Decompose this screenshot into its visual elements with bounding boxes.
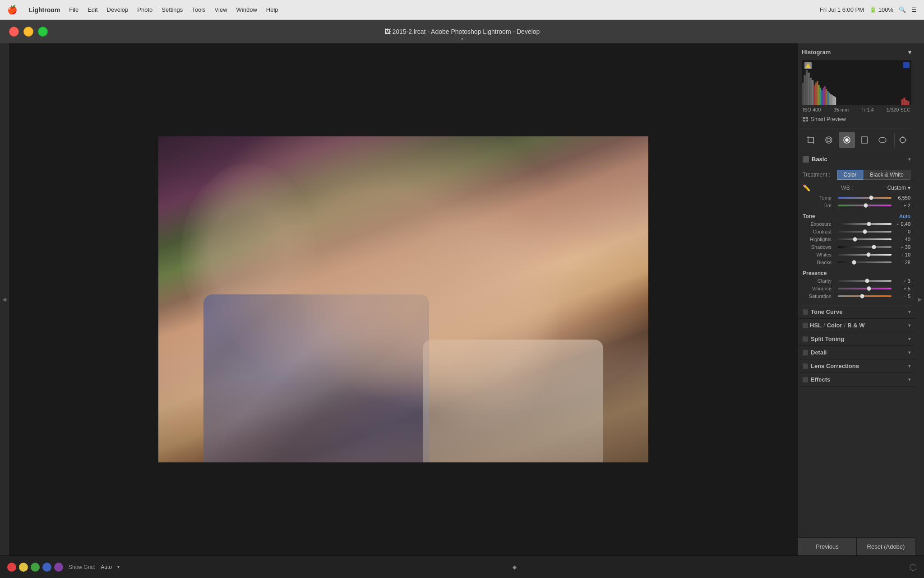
radial-tool[interactable]	[874, 132, 891, 148]
adjustment-tool[interactable]	[894, 132, 910, 148]
bw-label[interactable]: B & W	[847, 322, 864, 329]
hsl-label[interactable]: HSL	[810, 322, 822, 329]
menu-develop[interactable]: Develop	[107, 6, 129, 13]
left-panel-toggle[interactable]: ◀	[0, 43, 9, 555]
red-eye-tool[interactable]	[839, 132, 855, 148]
reset-button[interactable]: Reset (Adobe)	[857, 538, 915, 555]
highlights-label: Highlights	[803, 237, 835, 242]
color-purple[interactable]	[54, 563, 63, 572]
lens-corrections-panel[interactable]: Lens Corrections ▾	[798, 359, 915, 373]
detail-panel[interactable]: Detail ▾	[798, 346, 915, 359]
shadows-thumb[interactable]	[872, 245, 876, 249]
clarity-slider[interactable]	[838, 280, 892, 282]
histogram-header[interactable]: Histogram ▾	[802, 47, 911, 57]
exposure-slider-row: Exposure + 0.40	[803, 221, 910, 227]
app-name[interactable]: Lightroom	[29, 6, 60, 14]
svg-rect-10	[820, 88, 821, 105]
exposure-slider[interactable]	[838, 223, 892, 225]
histogram-canvas	[802, 60, 911, 105]
hsl-panel[interactable]: HSL / Color / B & W ▾	[798, 319, 915, 332]
titlebar-dropdown-arrow[interactable]: ▾	[461, 37, 463, 42]
heal-tool[interactable]	[821, 132, 837, 148]
bw-treatment-button[interactable]: Black & White	[863, 170, 910, 180]
show-grid-value[interactable]: Auto	[101, 564, 112, 570]
saturation-slider[interactable]	[838, 295, 892, 297]
color-label[interactable]: Color	[827, 322, 842, 329]
menu-file[interactable]: File	[69, 6, 79, 13]
color-blue[interactable]	[42, 563, 51, 572]
temp-slider[interactable]	[838, 197, 892, 199]
menu-window[interactable]: Window	[236, 6, 257, 13]
blacks-slider[interactable]	[838, 261, 892, 263]
search-icon[interactable]: 🔍	[899, 6, 906, 13]
split-toning-panel[interactable]: Split Toning ▾	[798, 332, 915, 346]
whites-slider[interactable]	[838, 254, 892, 256]
basic-expand[interactable]: ▾	[908, 157, 910, 162]
temp-label: Temp	[803, 195, 835, 200]
whites-thumb[interactable]	[866, 252, 871, 257]
vibrance-slider[interactable]	[838, 288, 892, 289]
menu-photo[interactable]: Photo	[137, 6, 152, 13]
blacks-slider-row: Blacks – 28	[803, 260, 910, 265]
color-yellow[interactable]	[19, 563, 28, 572]
tint-thumb[interactable]	[864, 203, 868, 208]
image-area	[9, 43, 798, 555]
wb-row: ✏️ WB : Custom ▾	[803, 184, 910, 191]
shadows-slider[interactable]	[838, 246, 892, 248]
color-treatment-button[interactable]: Color	[837, 170, 864, 180]
highlights-slider[interactable]	[838, 238, 892, 240]
temp-thumb[interactable]	[869, 196, 873, 200]
wb-dropdown[interactable]: Custom ▾	[887, 185, 910, 191]
color-green[interactable]	[31, 563, 40, 572]
menu-help[interactable]: Help	[266, 6, 278, 13]
effects-panel[interactable]: Effects ▾	[798, 373, 915, 387]
clarity-thumb[interactable]	[865, 279, 869, 283]
split-toning-expand[interactable]: ▾	[908, 336, 910, 341]
auto-button[interactable]: Auto	[899, 214, 910, 219]
gradient-tool[interactable]	[856, 132, 873, 148]
whites-label: Whites	[803, 252, 835, 257]
hsl-expand[interactable]: ▾	[908, 323, 910, 328]
exposure-thumb[interactable]	[867, 222, 871, 226]
shutter-speed: 1/320 SEC	[887, 107, 910, 112]
tint-slider[interactable]	[838, 205, 892, 206]
vibrance-slider-row: Vibrance + 5	[803, 286, 910, 291]
wb-eyedropper-icon[interactable]: ✏️	[803, 184, 810, 191]
color-red[interactable]	[7, 563, 16, 572]
maximize-button[interactable]	[38, 27, 48, 37]
close-button[interactable]	[9, 27, 19, 37]
contrast-slider[interactable]	[838, 231, 892, 233]
apple-icon: 🍎	[7, 5, 17, 15]
svg-rect-15	[827, 91, 828, 105]
menu-extras-icon: ☰	[911, 6, 917, 13]
window-title: 🖼 2015-2.lrcat - Adobe Photoshop Lightro…	[384, 28, 540, 35]
right-panel-toggle[interactable]: ▶	[915, 43, 924, 555]
svg-rect-5	[812, 80, 813, 105]
menu-tools[interactable]: Tools	[192, 6, 205, 13]
menu-edit[interactable]: Edit	[88, 6, 97, 13]
detail-expand[interactable]: ▾	[908, 350, 910, 355]
svg-rect-20	[835, 97, 836, 105]
effects-expand[interactable]: ▾	[908, 377, 910, 382]
crop-tool[interactable]	[803, 132, 819, 148]
menu-view[interactable]: View	[215, 6, 227, 13]
tone-curve-expand[interactable]: ▾	[908, 309, 910, 314]
lens-corrections-left: Lens Corrections	[803, 363, 859, 369]
highlights-thumb[interactable]	[853, 237, 857, 242]
saturation-thumb[interactable]	[860, 294, 864, 298]
previous-button[interactable]: Previous	[798, 538, 857, 555]
contrast-thumb[interactable]	[863, 229, 867, 234]
tone-curve-panel[interactable]: Tone Curve ▾	[798, 305, 915, 319]
histogram-expand-icon[interactable]: ▾	[908, 49, 911, 56]
camera-info: ISO 400 35 mm f / 1.4 1/320 SEC	[802, 105, 911, 114]
vibrance-thumb[interactable]	[867, 286, 871, 291]
blacks-thumb[interactable]	[852, 260, 856, 265]
basic-panel-header[interactable]: Basic ▾	[798, 152, 915, 166]
filmstrip-center: ◆	[125, 564, 904, 570]
wb-dropdown-arrow[interactable]: ▾	[908, 185, 910, 191]
menu-settings[interactable]: Settings	[162, 6, 183, 13]
minimize-button[interactable]	[23, 27, 33, 37]
lens-corrections-expand[interactable]: ▾	[908, 364, 910, 368]
svg-point-25	[826, 137, 832, 143]
grid-dropdown-arrow[interactable]: ▾	[117, 564, 120, 569]
